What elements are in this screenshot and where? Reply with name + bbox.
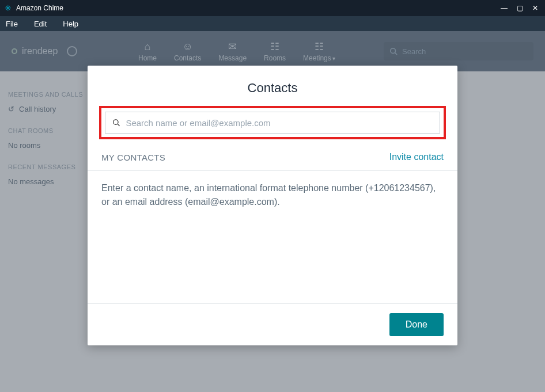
search-highlight-box <box>99 106 446 139</box>
contacts-modal: Contacts MY CONTACTS Invite contact Ente… <box>88 66 457 345</box>
contacts-hint-text: Enter a contact name, an international f… <box>88 171 457 219</box>
titlebar: ✳ Amazon Chime — ▢ ✕ <box>0 0 545 16</box>
menu-help[interactable]: Help <box>63 20 78 28</box>
invite-contact-link[interactable]: Invite contact <box>389 152 444 162</box>
window-controls: — ▢ ✕ <box>501 4 538 12</box>
menu-file[interactable]: File <box>6 20 18 28</box>
minimize-button[interactable]: — <box>501 4 508 12</box>
close-button[interactable]: ✕ <box>532 4 538 12</box>
contacts-header-row: MY CONTACTS Invite contact <box>88 146 457 171</box>
chime-logo-icon: ✳ <box>5 3 12 13</box>
modal-title: Contacts <box>88 66 457 106</box>
modal-footer: Done <box>88 303 457 345</box>
search-icon <box>112 119 120 127</box>
menubar: File Edit Help <box>0 16 545 31</box>
svg-line-3 <box>118 124 119 126</box>
contact-search-field[interactable] <box>105 112 440 134</box>
modal-overlay: Contacts MY CONTACTS Invite contact Ente… <box>0 31 545 392</box>
menu-edit[interactable]: Edit <box>34 20 47 28</box>
svg-point-2 <box>113 120 118 124</box>
my-contacts-label: MY CONTACTS <box>101 153 165 162</box>
maximize-button[interactable]: ▢ <box>517 4 523 12</box>
contact-search-input[interactable] <box>126 118 433 128</box>
window-title: Amazon Chime <box>16 4 501 12</box>
done-button[interactable]: Done <box>389 313 444 336</box>
